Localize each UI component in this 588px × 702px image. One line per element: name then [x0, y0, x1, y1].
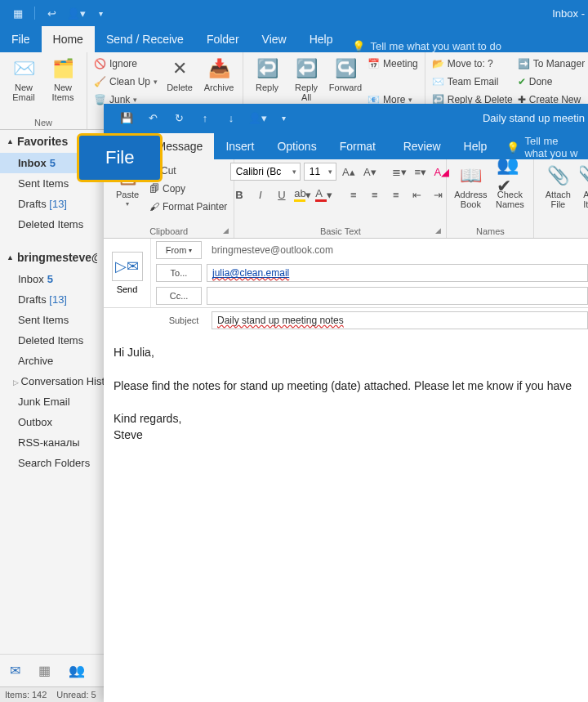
paintbrush-icon: 🖌	[149, 201, 159, 212]
grow-font-icon[interactable]: A▴	[340, 163, 358, 181]
tab-file[interactable]: File	[0, 26, 42, 52]
nav-inbox[interactable]: Inbox5	[0, 269, 104, 289]
qat-outlook-icon[interactable]: ▦	[7, 3, 29, 23]
font-color-button[interactable]: A▾	[315, 186, 333, 203]
highlight-color-button[interactable]: ab▾	[294, 186, 312, 203]
compose-tab-format-text[interactable]: Format Text	[328, 133, 392, 159]
tab-help[interactable]: Help	[298, 26, 345, 52]
compose-user-icon[interactable]: 👤▾	[246, 108, 269, 127]
send-button[interactable]: ▷✉	[112, 252, 143, 281]
calendar-grid-icon[interactable]: ▦	[38, 663, 51, 678]
attach-item-label: At Ite	[583, 190, 588, 209]
account-header[interactable]: ▲bringmesteve@	[0, 246, 104, 269]
indent-dec-icon[interactable]: ⇤	[408, 186, 426, 203]
copy-button[interactable]: 🗐Copy	[149, 181, 227, 197]
indent-inc-icon[interactable]: ⇥	[430, 186, 448, 203]
shrink-font-icon[interactable]: A▾	[361, 163, 379, 181]
basictext-dialog-launch-icon[interactable]: ◢	[435, 226, 441, 235]
compose-header-fields: ▷✉ Send From▾ bringmesteve@outlook.com T…	[104, 239, 588, 308]
nav-archive[interactable]: Archive	[0, 351, 104, 371]
cc-button[interactable]: Cc...	[156, 287, 202, 305]
reply-all-button[interactable]: ↩️Reply All	[289, 56, 323, 102]
qat-user-icon[interactable]: 👤▾	[65, 3, 87, 23]
nav-conversation-history[interactable]: ▷ Conversation Histor	[0, 371, 104, 391]
qs-teamemail-button[interactable]: ✉️Team Email	[432, 74, 513, 90]
nav-deleted[interactable]: Deleted Items	[0, 330, 104, 351]
tell-me-field[interactable]: 💡 Tell me what you want to do	[344, 40, 509, 52]
nav-outbox[interactable]: Outbox	[0, 412, 104, 432]
to-button[interactable]: To...	[156, 264, 202, 282]
nav-inbox-count: 5	[50, 157, 56, 169]
qat-customize-icon[interactable]: ▾	[89, 3, 112, 23]
forward-button[interactable]: ↪️Forward	[328, 56, 363, 92]
nav-drafts-fav[interactable]: Drafts [13]	[0, 194, 104, 214]
qat-undo-icon[interactable]: ↩	[40, 3, 63, 23]
archive-icon: 📥	[206, 56, 232, 82]
compose-tab-options[interactable]: Options	[265, 133, 327, 159]
compose-save-icon[interactable]: 💾	[115, 108, 138, 127]
nav-sent[interactable]: Sent Items	[0, 310, 104, 330]
align-right-icon[interactable]: ≡	[387, 186, 405, 203]
delete-button[interactable]: ✕ Delete	[163, 56, 197, 92]
cc-field[interactable]	[207, 287, 588, 305]
favorites-label: Favorites	[17, 135, 68, 148]
attach-file-label: Attach File	[546, 190, 571, 209]
align-center-icon[interactable]: ≡	[366, 186, 384, 203]
underline-button[interactable]: U	[273, 186, 291, 203]
ignore-button[interactable]: 🚫Ignore	[94, 56, 158, 72]
cleanup-button[interactable]: 🧹Clean Up▾	[94, 74, 158, 90]
bullets-icon[interactable]: ≣▾	[390, 163, 408, 181]
tab-folder[interactable]: Folder	[195, 26, 251, 52]
attach-item-button[interactable]: 📎At Ite	[580, 163, 588, 209]
qs-teamemail-label: Team Email	[448, 76, 499, 87]
numbering-icon[interactable]: ≡▾	[412, 163, 430, 181]
nav-rss[interactable]: RSS-каналы	[0, 432, 104, 453]
compose-window: 💾 ↶ ↻ ↑ ↓ 👤▾ ▾ Daily stand up meetin Fil…	[104, 104, 588, 702]
archive-button[interactable]: 📥 Archive	[202, 56, 236, 92]
to-field[interactable]: julia@clean.email	[207, 264, 588, 282]
align-left-icon[interactable]: ≡	[345, 186, 363, 203]
tab-view[interactable]: View	[251, 26, 298, 52]
attach-file-button[interactable]: 📎Attach File	[541, 163, 575, 209]
new-email-button[interactable]: ✉️ New Email	[7, 56, 41, 102]
people-icon[interactable]: 👥	[69, 663, 85, 678]
nav-drafts[interactable]: Drafts [13]	[0, 289, 104, 310]
main-title-bar: ▦ ↩ 👤▾ ▾ Inbox -	[0, 0, 588, 26]
nav-junk[interactable]: Junk Email	[0, 391, 104, 412]
compose-up-icon[interactable]: ↑	[194, 108, 216, 127]
main-ribbon-tabs: File Home Send / Receive Folder View Hel…	[0, 26, 588, 52]
compose-down-icon[interactable]: ↓	[220, 108, 243, 127]
format-painter-button[interactable]: 🖌Format Painter	[149, 199, 227, 215]
compose-tellme[interactable]: 💡Tell me what you w	[498, 135, 588, 159]
tab-send-receive[interactable]: Send / Receive	[95, 26, 195, 52]
bold-button[interactable]: B	[230, 186, 248, 203]
italic-button[interactable]: I	[252, 186, 270, 203]
font-family-select[interactable]: Calibri (Bc	[230, 163, 301, 181]
from-button[interactable]: From▾	[156, 241, 202, 259]
email-body[interactable]: Hi Julia, Please find the notes for stan…	[104, 333, 588, 702]
nav-deleted-fav[interactable]: Deleted Items	[0, 214, 104, 235]
compose-tab-review[interactable]: Review	[392, 133, 452, 159]
clipboard-dialog-launch-icon[interactable]: ◢	[223, 226, 229, 235]
compose-qat-more-icon[interactable]: ▾	[272, 108, 295, 127]
new-items-button[interactable]: 🗂️ New Items	[46, 56, 80, 102]
compose-undo-icon[interactable]: ↶	[141, 108, 164, 127]
check-names-label: Check Names	[496, 190, 524, 209]
tab-home[interactable]: Home	[42, 26, 95, 52]
meeting-button[interactable]: 📅Meeting	[368, 56, 418, 72]
qs-tomanager-button[interactable]: ➡️To Manager	[518, 56, 588, 72]
compose-tab-help[interactable]: Help	[452, 133, 499, 159]
nav-search-folders[interactable]: Search Folders	[0, 453, 104, 473]
compose-tab-insert[interactable]: Insert	[214, 133, 265, 159]
reply-button[interactable]: ↩️Reply	[250, 56, 284, 92]
address-book-button[interactable]: 📖Address Book	[453, 163, 488, 209]
font-size-select[interactable]: 11	[304, 163, 336, 181]
qs-done-button[interactable]: ✔Done	[518, 74, 588, 90]
main-window-title: Inbox -	[552, 7, 588, 20]
qs-moveto-button[interactable]: 📂Move to: ?	[432, 56, 513, 72]
reply-label: Reply	[256, 83, 278, 92]
mail-icon[interactable]: ✉	[10, 663, 20, 678]
compose-redo-icon[interactable]: ↻	[167, 108, 190, 127]
check-names-button[interactable]: 👥✔Check Names	[492, 163, 527, 209]
subject-field[interactable]: Daily stand up meeting notes	[212, 311, 588, 329]
